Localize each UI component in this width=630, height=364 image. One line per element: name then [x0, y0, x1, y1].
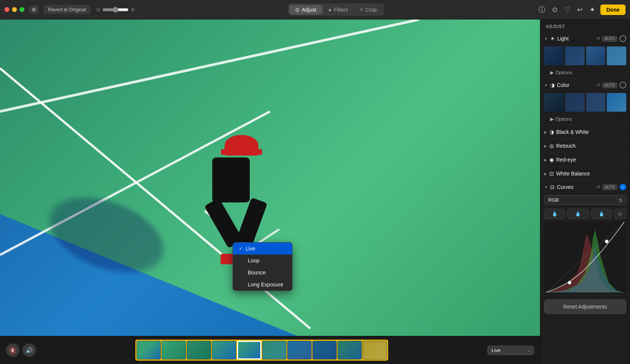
gray-point-button[interactable]: 💧: [567, 209, 588, 219]
right-panel: ADJUST ▼ ☀ Light ↺ AUTO ▶: [540, 19, 630, 364]
favorite-button[interactable]: ♡: [563, 4, 572, 15]
section-color-header[interactable]: ▼ ◑ Color ↺ AUTO: [540, 79, 630, 91]
filmstrip: [40, 340, 483, 361]
color-auto-badge[interactable]: AUTO: [602, 82, 617, 88]
redeye-expand-icon: ▶: [544, 158, 547, 162]
film-thumb-4[interactable]: [212, 341, 236, 360]
panel-header: ADJUST: [540, 19, 630, 32]
info-button[interactable]: ⓘ: [537, 4, 547, 16]
section-black-white[interactable]: ▶ ◑ Black & White: [540, 125, 630, 139]
light-thumb-1: [544, 46, 564, 65]
zoom-control: ⊟ ⊞: [96, 7, 135, 13]
traffic-lights: [4, 7, 24, 12]
mute-button[interactable]: 🔇: [6, 343, 20, 357]
hat-brim: [221, 149, 262, 155]
playback-select-wrap: Live Loop Bounce Long Exposure: [488, 346, 534, 355]
dropdown-item-loop[interactable]: Loop: [233, 255, 292, 267]
minimize-button[interactable]: [12, 7, 17, 12]
film-thumb-2[interactable]: [162, 341, 186, 360]
section-curves-header[interactable]: ▼ ⊡ Curves ↺ AUTO ✓: [540, 181, 630, 193]
curves-toggle[interactable]: ✓: [620, 184, 626, 190]
playback-select[interactable]: Live Loop Bounce Long Exposure: [488, 346, 534, 355]
film-thumb-5[interactable]: [237, 341, 261, 360]
share-button[interactable]: ⊙: [550, 4, 559, 15]
light-options-expand-icon: ▶: [550, 70, 554, 75]
wb-icon: ⊡: [549, 171, 554, 177]
curves-controls: ↺ AUTO ✓: [596, 184, 626, 190]
window-icon-button[interactable]: ⊞: [29, 5, 39, 14]
volume-button[interactable]: 🔊: [22, 343, 36, 357]
more-button[interactable]: ✦: [588, 4, 597, 15]
section-red-eye[interactable]: ▶ ◉ Red-eye: [540, 153, 630, 167]
done-button[interactable]: Done: [600, 4, 626, 15]
color-toggle[interactable]: [620, 82, 626, 88]
curves-title: Curves: [557, 184, 594, 190]
revert-icon-button[interactable]: ↩: [576, 4, 584, 15]
light-expand-icon: ▼: [544, 37, 548, 41]
adjust-icon: ⊙: [295, 7, 300, 13]
light-icon: ☀: [550, 36, 555, 42]
section-light: ▼ ☀ Light ↺ AUTO ▶ Options: [540, 32, 630, 79]
color-expand-icon: ▼: [544, 83, 548, 87]
dropdown-item-long-exposure[interactable]: Long Exposure: [233, 279, 292, 291]
control-point-1[interactable]: [568, 281, 572, 285]
revert-button[interactable]: Revert to Original: [44, 5, 90, 14]
filmstrip-playback: Live Loop Bounce Long Exposure: [488, 346, 534, 355]
checkmark-icon: ✓: [239, 246, 243, 251]
color-options-row[interactable]: ▶ Options: [540, 115, 630, 125]
titlebar: ⊞ Revert to Original ⊟ ⊞ ⊙ Adjust ● Filt…: [0, 0, 630, 19]
film-thumb-7[interactable]: [287, 341, 312, 360]
tab-filters[interactable]: ● Filters: [322, 5, 354, 15]
section-curves: ▼ ⊡ Curves ↺ AUTO ✓ RGB Red Green Blue: [540, 181, 630, 296]
white-point-button[interactable]: 💧: [591, 209, 612, 219]
film-thumb-10[interactable]: [363, 341, 387, 360]
body-torso: [212, 157, 250, 202]
section-color: ▼ ◑ Color ↺ AUTO ▶ Options: [540, 79, 630, 125]
light-thumb-4: [607, 46, 626, 65]
reset-adjustments-button[interactable]: Reset Adjustments: [544, 300, 626, 314]
close-button[interactable]: [4, 7, 9, 12]
court-scene: ✓ Live Loop Bounce Long Exposure: [0, 19, 540, 336]
curves-icon: ⊡: [550, 184, 555, 190]
rgb-channel-select[interactable]: RGB Red Green Blue: [544, 195, 626, 205]
light-toggle[interactable]: [620, 35, 626, 42]
color-reset-icon[interactable]: ↺: [596, 82, 600, 88]
section-retouch[interactable]: ▶ ◎ Retouch: [540, 139, 630, 153]
film-thumb-3[interactable]: [187, 341, 211, 360]
color-thumbnails: [540, 91, 630, 115]
curves-eyedroppers: 💧 💧 💧 ◇: [540, 207, 630, 220]
light-auto-badge[interactable]: AUTO: [602, 36, 617, 42]
bw-expand-icon: ▶: [544, 130, 547, 134]
curves-svg: [544, 222, 626, 292]
curves-auto-badge[interactable]: AUTO: [602, 184, 617, 190]
tab-adjust[interactable]: ⊙ Adjust: [289, 5, 322, 15]
tab-crop[interactable]: ⌗ Crop: [354, 4, 382, 15]
black-point-button[interactable]: 💧: [544, 209, 565, 219]
section-white-balance[interactable]: ▶ ⊡ White Balance: [540, 167, 630, 181]
zoom-slider[interactable]: [102, 7, 129, 13]
fullscreen-button[interactable]: [20, 7, 24, 12]
light-thumb-3: [586, 46, 606, 65]
light-thumbnails: [540, 45, 630, 68]
playback-dropdown: ✓ Live Loop Bounce Long Exposure: [232, 242, 292, 291]
light-thumb-2: [565, 46, 585, 65]
filters-icon: ●: [328, 7, 332, 13]
dropdown-item-live[interactable]: ✓ Live: [233, 243, 292, 255]
control-point-2[interactable]: [605, 240, 609, 243]
curves-graph[interactable]: [540, 220, 630, 295]
film-thumb-9[interactable]: [338, 341, 362, 360]
auto-button[interactable]: ◇: [614, 209, 626, 219]
light-options-row[interactable]: ▶ Options: [540, 68, 630, 78]
dropdown-item-bounce[interactable]: Bounce: [233, 267, 292, 279]
film-thumb-8[interactable]: [312, 341, 337, 360]
film-thumb-1[interactable]: [136, 341, 161, 360]
film-thumb-6[interactable]: [262, 341, 286, 360]
retouch-expand-icon: ▶: [544, 144, 547, 148]
rgb-select-wrap: RGB Red Green Blue: [540, 193, 630, 207]
curves-reset-icon[interactable]: ↺: [596, 184, 600, 190]
section-light-header[interactable]: ▼ ☀ Light ↺ AUTO: [540, 32, 630, 45]
zoom-out-icon: ⊟: [96, 7, 100, 12]
toolbar-right: ⓘ ⊙ ♡ ↩ ✦ Done: [537, 4, 626, 16]
photo-area: ✓ Live Loop Bounce Long Exposure: [0, 19, 540, 364]
light-reset-icon[interactable]: ↺: [596, 36, 600, 41]
